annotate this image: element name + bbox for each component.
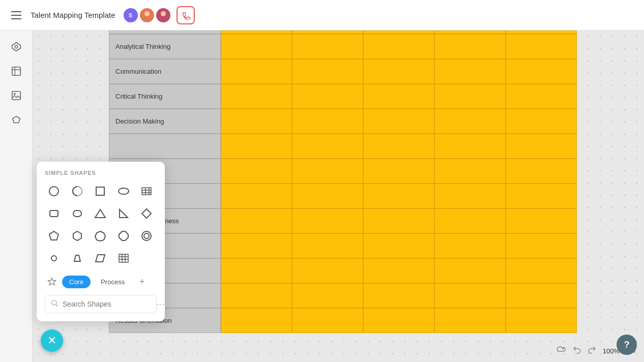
yellow-cell[interactable]: [506, 134, 577, 159]
sidebar-polygon-btn[interactable]: [6, 110, 26, 130]
yellow-cell[interactable]: [363, 184, 434, 208]
tab-core[interactable]: Core: [62, 276, 91, 288]
tab-star-icon[interactable]: [45, 275, 59, 289]
yellow-cell[interactable]: [221, 84, 292, 109]
avatar-s[interactable]: S: [124, 8, 138, 22]
yellow-cell[interactable]: [506, 34, 577, 59]
yellow-cell[interactable]: [221, 109, 292, 134]
yellow-cell[interactable]: [221, 59, 292, 84]
yellow-cell[interactable]: [434, 208, 506, 233]
shape-rounded-rect2[interactable]: [68, 204, 86, 223]
search-shapes-input[interactable]: [63, 300, 152, 308]
yellow-cell[interactable]: [506, 283, 577, 308]
shape-rounded-rect[interactable]: [45, 204, 63, 223]
yellow-cell[interactable]: [434, 109, 506, 134]
yellow-cell[interactable]: [434, 184, 506, 208]
yellow-cell[interactable]: [434, 31, 506, 34]
yellow-cell[interactable]: [363, 34, 434, 59]
yellow-cell[interactable]: [292, 184, 363, 208]
shape-parallelogram[interactable]: [91, 249, 109, 267]
yellow-cell[interactable]: [363, 134, 434, 159]
yellow-cell[interactable]: [221, 233, 292, 258]
yellow-cell[interactable]: [292, 34, 363, 59]
shape-triangle[interactable]: [91, 204, 109, 223]
yellow-cell[interactable]: [363, 208, 434, 233]
avatar-2[interactable]: [156, 8, 170, 22]
yellow-cell[interactable]: [506, 31, 577, 34]
yellow-cell[interactable]: [363, 233, 434, 258]
yellow-cell[interactable]: [506, 208, 577, 233]
yellow-cell[interactable]: [221, 159, 292, 184]
help-button[interactable]: ?: [617, 335, 637, 355]
redo-icon[interactable]: [588, 345, 597, 356]
yellow-cell[interactable]: [363, 159, 434, 184]
yellow-cell[interactable]: [434, 84, 506, 109]
call-button[interactable]: [177, 6, 195, 24]
yellow-cell[interactable]: [221, 134, 292, 159]
sidebar-frame-btn[interactable]: [6, 61, 26, 81]
sidebar-image-btn[interactable]: [6, 85, 26, 106]
yellow-cell[interactable]: [363, 283, 434, 308]
yellow-cell[interactable]: [292, 283, 363, 308]
shape-right-triangle[interactable]: [114, 204, 133, 223]
yellow-cell[interactable]: [506, 233, 577, 258]
yellow-cell[interactable]: [292, 258, 363, 283]
yellow-cell[interactable]: [292, 109, 363, 134]
yellow-cell[interactable]: [292, 134, 363, 159]
yellow-cell[interactable]: [434, 59, 506, 84]
shape-diamond[interactable]: [137, 204, 156, 223]
yellow-cell[interactable]: [506, 308, 577, 333]
yellow-cell[interactable]: [434, 134, 506, 159]
yellow-cell[interactable]: [221, 258, 292, 283]
yellow-cell[interactable]: [506, 59, 577, 84]
avatar-1[interactable]: [140, 8, 154, 22]
shape-circle-small[interactable]: [45, 249, 63, 267]
menu-button[interactable]: [8, 7, 24, 23]
yellow-cell[interactable]: [363, 59, 434, 84]
shape-table[interactable]: [114, 249, 133, 267]
close-fab[interactable]: ✕: [41, 329, 63, 352]
shapes-search-bar[interactable]: ⋯: [45, 295, 157, 313]
tab-process[interactable]: Process: [94, 276, 132, 288]
shape-heptagon[interactable]: [91, 227, 109, 245]
yellow-cell[interactable]: [292, 31, 363, 34]
sidebar-shapes-btn[interactable]: [6, 37, 26, 57]
shape-circle-outline[interactable]: [137, 227, 156, 245]
yellow-cell[interactable]: [434, 258, 506, 283]
yellow-cell[interactable]: [292, 84, 363, 109]
yellow-cell[interactable]: [221, 184, 292, 208]
shape-square[interactable]: [91, 182, 109, 200]
yellow-cell[interactable]: [221, 208, 292, 233]
search-more-icon[interactable]: ⋯: [156, 298, 165, 310]
yellow-cell[interactable]: [434, 308, 506, 333]
yellow-cell[interactable]: [221, 283, 292, 308]
tab-add-btn[interactable]: +: [135, 275, 149, 289]
shape-oval[interactable]: [114, 182, 133, 200]
yellow-cell[interactable]: [506, 184, 577, 208]
shape-grid-rect[interactable]: [137, 182, 156, 200]
yellow-cell[interactable]: [434, 34, 506, 59]
yellow-cell[interactable]: [221, 308, 292, 333]
yellow-cell[interactable]: [434, 283, 506, 308]
cloud-save-icon[interactable]: [555, 344, 566, 357]
yellow-cell[interactable]: [434, 233, 506, 258]
yellow-cell[interactable]: [506, 84, 577, 109]
shape-trapezoid[interactable]: [68, 249, 86, 267]
yellow-cell[interactable]: [292, 308, 363, 333]
yellow-cell[interactable]: [292, 59, 363, 84]
undo-icon[interactable]: [572, 345, 581, 356]
yellow-cell[interactable]: [363, 109, 434, 134]
yellow-cell[interactable]: [363, 84, 434, 109]
shape-octagon[interactable]: [114, 227, 133, 245]
yellow-cell[interactable]: [363, 308, 434, 333]
yellow-cell[interactable]: [292, 208, 363, 233]
shape-pentagon[interactable]: [45, 227, 63, 245]
yellow-cell[interactable]: [363, 258, 434, 283]
yellow-cell[interactable]: [221, 31, 292, 34]
shape-crescent[interactable]: [68, 182, 86, 200]
yellow-cell[interactable]: [506, 109, 577, 134]
shape-circle[interactable]: [45, 182, 63, 200]
yellow-cell[interactable]: [292, 159, 363, 184]
yellow-cell[interactable]: [506, 159, 577, 184]
yellow-cell[interactable]: [292, 233, 363, 258]
